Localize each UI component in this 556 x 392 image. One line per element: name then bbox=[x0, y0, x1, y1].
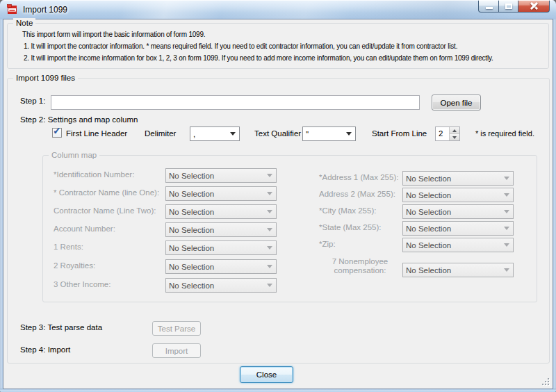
nonemployee-compensation-dropdown: No Selection bbox=[402, 263, 514, 277]
contractor-name-one-dropdown: No Selection bbox=[165, 186, 277, 201]
stepper-down-button[interactable] bbox=[450, 134, 459, 140]
dropdown-arrow-icon bbox=[346, 132, 352, 136]
column-map-title: Column map bbox=[49, 150, 99, 160]
import-button: Import bbox=[152, 343, 201, 358]
dropdown-arrow-icon bbox=[504, 268, 509, 272]
import-group-title: Import 1099 files bbox=[13, 73, 78, 83]
contractor-name-two-dropdown: No Selection bbox=[165, 204, 277, 219]
zip-dropdown: No Selection bbox=[402, 238, 514, 252]
royalties-label: 2 Royalties: bbox=[54, 261, 95, 270]
royalties-dropdown: No Selection bbox=[165, 259, 277, 274]
note-group-title: Note bbox=[13, 18, 35, 28]
open-file-button[interactable]: Open file bbox=[432, 95, 481, 111]
first-line-header-checkbox[interactable]: ✓ bbox=[52, 128, 62, 138]
column-map-groupbox: Column map *Identification Number: No Se… bbox=[42, 155, 537, 302]
maximize-icon bbox=[505, 3, 512, 9]
address1-dropdown: No Selection bbox=[402, 171, 514, 186]
contractor-name-one-label: * Contractor Name (line One): bbox=[54, 188, 159, 197]
nonemployee-compensation-label: 7 Nonemployee compensation: bbox=[318, 257, 402, 275]
note-line-3: 2. It will import the income information… bbox=[24, 54, 493, 62]
titlebar[interactable]: Import 1099 bbox=[0, 0, 556, 19]
dropdown-arrow-icon bbox=[267, 284, 272, 287]
minimize-button[interactable] bbox=[478, 0, 499, 13]
zip-label: *Zip: bbox=[319, 240, 336, 248]
account-number-label: Account Number: bbox=[54, 224, 115, 233]
start-from-line-label: Start From Line bbox=[372, 129, 427, 138]
city-label: *City (Max 255): bbox=[319, 206, 376, 215]
window-title: Import 1099 bbox=[23, 5, 67, 15]
note-line-1: This import form will import the basic i… bbox=[22, 31, 205, 38]
file-path-input[interactable] bbox=[51, 95, 420, 110]
window-controls bbox=[478, 0, 550, 13]
note-line-2: 1. It will import the contractor informa… bbox=[24, 42, 457, 50]
address2-label: Address 2 (Max 255): bbox=[319, 190, 395, 198]
import-files-groupbox: Import 1099 files Step 1: Open file Step… bbox=[7, 78, 550, 364]
window-frame-right bbox=[553, 19, 556, 392]
dropdown-arrow-icon bbox=[267, 192, 272, 195]
step2-label: Step 2: Settings and map column bbox=[20, 115, 138, 124]
contractor-name-two-label: Contractor Name (Line Two): bbox=[54, 206, 156, 215]
dropdown-arrow-icon bbox=[504, 210, 509, 213]
text-qualifier-label: Text Qualifier bbox=[254, 129, 301, 138]
stepper-up-button[interactable] bbox=[450, 127, 459, 134]
account-number-dropdown: No Selection bbox=[165, 222, 277, 237]
start-from-line-stepper[interactable]: 2 bbox=[435, 126, 460, 141]
dropdown-arrow-icon bbox=[504, 193, 509, 197]
maximize-button[interactable] bbox=[499, 0, 518, 13]
dropdown-arrow-icon bbox=[267, 174, 272, 177]
address2-dropdown: No Selection bbox=[402, 188, 514, 202]
other-income-label: 3 Other Income: bbox=[54, 280, 111, 288]
identification-number-dropdown: No Selection bbox=[165, 168, 277, 183]
first-line-header-label: First Line Header bbox=[66, 129, 127, 138]
dialog-client-area: Note This import form will import the ba… bbox=[3, 19, 553, 389]
text-qualifier-dropdown[interactable]: " bbox=[302, 126, 356, 141]
identification-number-label: *Identification Number: bbox=[54, 170, 134, 179]
dropdown-arrow-icon bbox=[504, 243, 509, 247]
test-parse-button: Test Parse bbox=[152, 321, 201, 336]
dropdown-arrow-icon bbox=[504, 177, 509, 180]
dropdown-arrow-icon bbox=[267, 228, 272, 231]
state-dropdown: No Selection bbox=[402, 221, 514, 236]
city-dropdown: No Selection bbox=[402, 204, 514, 219]
check-icon: ✓ bbox=[53, 126, 61, 136]
up-arrow-icon bbox=[452, 129, 457, 132]
step1-label: Step 1: bbox=[20, 97, 45, 105]
minimize-icon bbox=[486, 7, 493, 9]
required-field-note: * is required field. bbox=[475, 129, 534, 138]
step3-label: Step 3: Test parse data bbox=[20, 323, 102, 332]
state-label: *State (Max 255): bbox=[319, 223, 381, 231]
dropdown-arrow-icon bbox=[267, 265, 272, 268]
step4-label: Step 4: Import bbox=[20, 345, 70, 354]
rents-label: 1 Rents: bbox=[54, 243, 83, 251]
dropdown-arrow-icon bbox=[267, 210, 272, 213]
import-1099-window: Import 1099 Note This import form will i… bbox=[0, 0, 556, 392]
app-icon bbox=[7, 4, 18, 15]
other-income-dropdown: No Selection bbox=[165, 278, 277, 293]
dropdown-arrow-icon bbox=[267, 246, 272, 250]
note-groupbox: Note This import form will import the ba… bbox=[7, 23, 549, 69]
resize-grip[interactable] bbox=[542, 378, 550, 386]
down-arrow-icon bbox=[452, 136, 457, 139]
rents-dropdown: No Selection bbox=[165, 240, 277, 255]
window-frame-bottom bbox=[0, 389, 556, 392]
dropdown-arrow-icon bbox=[504, 227, 509, 230]
delimiter-dropdown[interactable]: , bbox=[190, 126, 240, 141]
dropdown-arrow-icon bbox=[230, 132, 236, 136]
address1-label: *Address 1 (Max 255): bbox=[319, 173, 398, 181]
close-button[interactable]: Close bbox=[240, 366, 293, 383]
close-window-button[interactable] bbox=[518, 0, 550, 13]
delimiter-label: Delimiter bbox=[145, 129, 176, 138]
close-icon bbox=[530, 2, 538, 10]
